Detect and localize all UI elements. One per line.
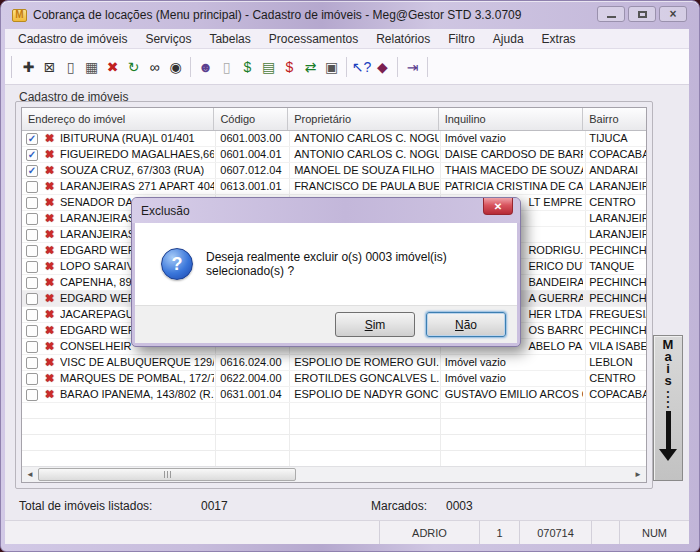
- status-bar: ADRIO1070714NUM: [5, 520, 689, 544]
- row-checkbox[interactable]: [26, 357, 38, 369]
- dialog-message: Deseja realmente excluir o(s) 0003 imóve…: [206, 250, 517, 278]
- person-icon[interactable]: ☻: [195, 56, 216, 78]
- menu-item-tabelas[interactable]: Tabelas: [200, 29, 259, 49]
- ledger-icon[interactable]: ▤: [258, 56, 279, 78]
- row-checkbox[interactable]: [26, 277, 38, 289]
- endereco-text: VISC DE ALBUQUERQUE 129/2...: [60, 355, 214, 370]
- cell-proprietario: ESPOLIO DE NADYR GONC...: [288, 387, 439, 402]
- cell-inquilino: GUSTAVO EMILIO ARCOS C...: [439, 387, 584, 402]
- title-bar[interactable]: M Cobrança de locações (Menu principal) …: [1, 1, 699, 29]
- row-checkbox[interactable]: [26, 309, 38, 321]
- binoculars-search-icon[interactable]: ∞: [144, 56, 165, 78]
- cell-inquilino: Imóvel vazio: [439, 355, 584, 370]
- scroll-right-arrow-icon[interactable]: ►: [630, 467, 646, 482]
- dollar-green-icon[interactable]: $: [237, 56, 258, 78]
- table-row[interactable]: ✖VISC DE ALBUQUERQUE 129/2...0616.024.00…: [22, 355, 646, 371]
- table-row[interactable]: ✖LARANJEIRAS 271 APART 404 (...0613.001.…: [22, 179, 646, 195]
- delete-mark-icon: ✖: [42, 179, 57, 194]
- dollar-red-icon[interactable]: $: [279, 56, 300, 78]
- totals-row: Total de imóveis listados: 0017 Marcados…: [5, 495, 689, 519]
- add-icon[interactable]: ✚: [18, 56, 39, 78]
- cell-endereco: ✖MARQUES DE POMBAL, 172/70...: [22, 371, 214, 386]
- total-listed-value: 0017: [201, 499, 228, 513]
- dialog-title-bar[interactable]: Exclusão ✕: [132, 198, 520, 223]
- row-checkbox[interactable]: [26, 373, 38, 385]
- row-checkbox[interactable]: [26, 389, 38, 401]
- down-arrow-head-icon: [659, 449, 677, 461]
- toolbar-grip[interactable]: [11, 56, 12, 78]
- menu-item-cadastro-de-im-veis[interactable]: Cadastro de imóveis: [9, 29, 136, 49]
- endereco-text: EDGARD WER: [60, 243, 136, 258]
- menu-item-filtro[interactable]: Filtro: [439, 29, 484, 49]
- menu-item-relat-rios[interactable]: Relatórios: [367, 29, 439, 49]
- endereco-text: LARANJEIRAS: [60, 227, 135, 242]
- close-button[interactable]: ×: [659, 6, 687, 22]
- cell-bairro: LEBLON: [583, 355, 646, 370]
- empty-grid-rows: [22, 403, 646, 466]
- col-header-codigo[interactable]: Código: [214, 108, 288, 130]
- yes-button[interactable]: Sim: [335, 312, 415, 337]
- menu-item-extras[interactable]: Extras: [533, 29, 585, 49]
- scroll-left-arrow-icon[interactable]: ◄: [22, 467, 38, 482]
- table-row[interactable]: ✓✖SOUZA CRUZ, 67/303 (RUA)0607.012.04MAN…: [22, 163, 646, 179]
- row-checkbox[interactable]: ✓: [26, 149, 38, 161]
- row-checkbox[interactable]: ✓: [26, 133, 38, 145]
- row-checkbox[interactable]: [26, 181, 38, 193]
- row-checkbox[interactable]: ✓: [26, 165, 38, 177]
- menu-bar: Cadastro de imóveisServiçosTabelasProces…: [5, 29, 689, 49]
- refresh-document-icon[interactable]: ↻: [123, 56, 144, 78]
- app-icon: M: [12, 9, 27, 22]
- table-row[interactable]: ✓✖FIGUEIREDO MAGALHAES,663/...0601.004.0…: [22, 147, 646, 163]
- scrollbar-thumb[interactable]: [38, 468, 296, 481]
- cell-bairro: TIJUCA: [583, 131, 646, 146]
- minimize-button[interactable]: [597, 6, 625, 22]
- delete-mark-icon: ✖: [42, 195, 57, 210]
- row-checkbox[interactable]: [26, 261, 38, 273]
- maximize-button[interactable]: [628, 6, 656, 22]
- toolbar-separator: [346, 57, 347, 77]
- exclusion-dialog: Exclusão ✕ ? Deseja realmente excluir o(…: [131, 197, 521, 347]
- endereco-text: CONSELHEIR: [60, 339, 132, 354]
- row-checkbox[interactable]: [26, 325, 38, 337]
- row-checkbox[interactable]: [26, 197, 38, 209]
- no-button[interactable]: Não: [426, 312, 506, 337]
- col-header-proprietario[interactable]: Proprietário: [288, 108, 439, 130]
- maximize-icon: [638, 11, 647, 18]
- export-pages-icon[interactable]: ⇄: [300, 56, 321, 78]
- row-checkbox[interactable]: [26, 245, 38, 257]
- row-checkbox[interactable]: [26, 293, 38, 305]
- camera-icon[interactable]: ◉: [165, 56, 186, 78]
- cell-proprietario: MANOEL DE SOUZA FILHO: [288, 163, 439, 178]
- table-row[interactable]: ✖BARAO IPANEMA, 143/802 (R.)0631.001.04E…: [22, 387, 646, 403]
- table-row[interactable]: ✓✖IBITURUNA (RUA)L 01/4010601.003.00ANTO…: [22, 131, 646, 147]
- printer-icon[interactable]: ▣: [321, 56, 342, 78]
- blank-page-icon[interactable]: ▯: [216, 56, 237, 78]
- table-row[interactable]: ✖MARQUES DE POMBAL, 172/70...0622.004.00…: [22, 371, 646, 387]
- cell-proprietario: FRANCISCO DE PAULA BUE...: [288, 179, 439, 194]
- menu-item-processamentos[interactable]: Processamentos: [260, 29, 367, 49]
- new-document-icon[interactable]: ▯: [60, 56, 81, 78]
- menu-item-servi-os[interactable]: Serviços: [136, 29, 200, 49]
- dialog-close-button[interactable]: ✕: [483, 198, 513, 215]
- horizontal-scrollbar[interactable]: ◄ ►: [22, 466, 646, 482]
- delete-mark-icon: ✖: [42, 339, 57, 354]
- endereco-text: LOPO SARAIV: [60, 259, 134, 274]
- col-header-bairro[interactable]: Bairro: [583, 108, 646, 130]
- row-checkbox[interactable]: [26, 213, 38, 225]
- envelope-icon[interactable]: ⊠: [39, 56, 60, 78]
- row-checkbox[interactable]: [26, 229, 38, 241]
- menu-item-ajuda[interactable]: Ajuda: [484, 29, 533, 49]
- book-icon[interactable]: ◆: [372, 56, 393, 78]
- mais-label: Mais....: [663, 339, 674, 407]
- exit-door-icon[interactable]: ⇥: [402, 56, 423, 78]
- properties-icon[interactable]: ▦: [81, 56, 102, 78]
- dialog-body: ? Deseja realmente excluir o(s) 0003 imó…: [135, 223, 517, 305]
- mais-more-button[interactable]: Mais....: [653, 335, 683, 481]
- col-header-endereco[interactable]: Endereço do imóvel: [22, 108, 214, 130]
- row-checkbox[interactable]: [26, 341, 38, 353]
- col-header-inquilino[interactable]: Inquilino: [439, 108, 584, 130]
- cell-codigo: 0631.001.04: [214, 387, 288, 402]
- delete-icon[interactable]: ✖: [102, 56, 123, 78]
- context-help-icon[interactable]: ↖?: [351, 56, 372, 78]
- delete-mark-icon: ✖: [42, 227, 57, 242]
